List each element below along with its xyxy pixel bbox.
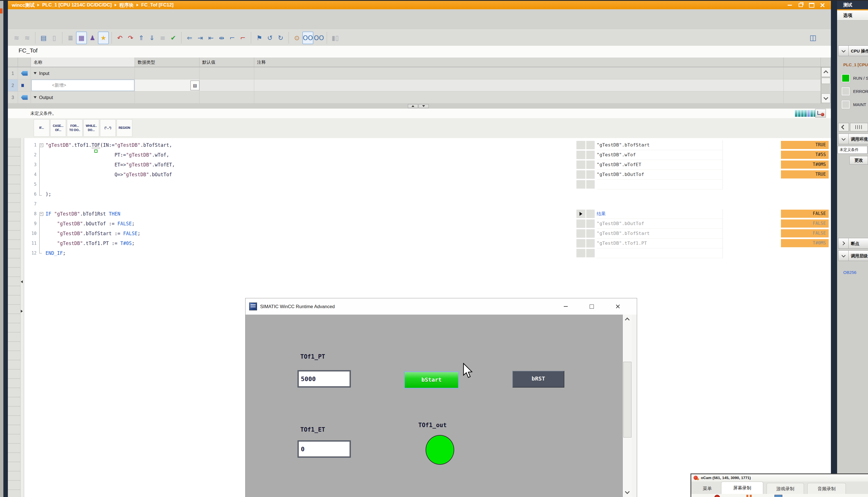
watch-row[interactable]: "gTestDB".tTof1.PTT#0MS <box>576 239 831 248</box>
watch-row[interactable]: 结果FALSE <box>576 209 831 219</box>
navigate-forward-icon[interactable]: ↻ <box>276 32 286 44</box>
code-line[interactable]: 2 PT:="gTestDB".wTof, <box>24 150 575 160</box>
splitter-arrow-right-icon[interactable] <box>21 310 23 313</box>
snippet-while-do-button[interactable]: WHILE..DO... <box>83 119 99 137</box>
collapse-button[interactable] <box>838 133 849 144</box>
table-header-name[interactable]: 名称 <box>31 58 135 67</box>
snippet-region-button[interactable]: REGION <box>116 119 132 137</box>
code-line[interactable]: 6); <box>24 189 575 199</box>
hmi-input-pt[interactable] <box>298 370 351 387</box>
pause-icon[interactable] <box>750 495 752 497</box>
user-constants-icon[interactable]: ♟ <box>87 32 97 44</box>
call-hierarchy-entry[interactable]: OB256 <box>843 270 856 275</box>
datatype-browse-button[interactable]: ▤ <box>191 81 199 90</box>
call-environment-header[interactable]: 调用环境 <box>838 133 868 144</box>
breakpoints-header[interactable]: 断点 <box>838 238 868 248</box>
datatype-cell[interactable] <box>135 91 199 103</box>
watch-row[interactable] <box>576 248 831 258</box>
editor-left-scrollbar[interactable] <box>20 138 24 497</box>
ocam-tab-4[interactable]: 音频录制 <box>807 483 846 494</box>
upload-block-icon[interactable]: ⇑ <box>136 32 146 44</box>
wincc-close-button[interactable] <box>611 298 624 315</box>
code-line[interactable]: 11 "gTestDB".tTof1.PT := T#0S; <box>24 239 575 248</box>
watch-row[interactable] <box>576 180 831 189</box>
code-line[interactable]: 7 <box>24 199 575 209</box>
breadcrumb-item[interactable]: PLC_1 [CPU 1214C DC/DC/DC] <box>42 2 112 8</box>
expand-button[interactable] <box>838 238 849 248</box>
compile-icon[interactable]: ✔ <box>168 32 178 44</box>
splitter-collapse-down-button[interactable] <box>418 104 429 108</box>
cpu-panel-header[interactable]: CPU 操作面板 <box>838 45 868 56</box>
table-header-default[interactable]: 默认值 <box>199 58 254 67</box>
expand-arrow-icon[interactable] <box>34 72 37 74</box>
watch-row[interactable]: "gTestDB".bOutTofFALSE <box>576 219 831 229</box>
insert-column-icon[interactable]: ≋ <box>22 32 32 44</box>
watch-row[interactable]: "gTestDB".bOutTofTRUE <box>576 170 831 180</box>
new-variable-input[interactable]: <新增> <box>31 80 134 91</box>
keep-layout-icon[interactable]: ▯ <box>49 32 59 44</box>
ocam-title-bar[interactable]: oCam (561, 145, 3090, 1771) <box>691 474 868 482</box>
table-row[interactable]: Input <box>31 67 135 80</box>
code-line[interactable]: 5 <box>24 180 575 189</box>
tab-options[interactable]: 选项 <box>837 10 868 20</box>
monitor-icon[interactable] <box>774 495 782 497</box>
wincc-title-bar[interactable]: SIMATIC WinCC Runtime Advanced <box>246 298 637 315</box>
code-line[interactable]: 1"gTestDB".tTof1.TOF(IN:="gTestDB".bTofS… <box>24 140 575 150</box>
navigate-back-icon[interactable]: ↺ <box>265 32 275 44</box>
find-replace-icon[interactable]: ⊙ <box>292 32 302 44</box>
change-button[interactable]: 更改 <box>850 156 868 165</box>
scroll-up-button[interactable] <box>623 315 632 324</box>
monitor-block-icon[interactable]: ▦ <box>76 32 87 44</box>
default-cell[interactable] <box>199 91 254 103</box>
watch-row[interactable]: "gTestDB".bTofStartFALSE <box>576 229 831 239</box>
watch-row[interactable]: "gTestDB".wTofT#5S <box>576 150 831 160</box>
ocam-tab-1[interactable]: 菜单 <box>695 483 720 494</box>
default-cell[interactable] <box>199 80 254 91</box>
code-line[interactable]: 9 "gTestDB".bOutTof := FALSE; <box>24 219 575 229</box>
call-environment-icon[interactable]: ▮▯ <box>330 32 340 44</box>
code-line[interactable]: 8IF "gTestDB".bTof1Rst THEN <box>24 209 575 219</box>
splitter-arrow-left-icon[interactable] <box>21 280 23 283</box>
code-line[interactable]: 10 "gTestDB".bTofStart := FALSE; <box>24 229 575 239</box>
splitter-collapse-up-button[interactable] <box>408 104 418 108</box>
monitor-once-icon[interactable]: OO <box>314 32 324 44</box>
collapse-button[interactable] <box>838 250 849 261</box>
watch-row[interactable]: "gTestDB".bTofStartTRUE <box>576 140 831 150</box>
wincc-scrollbar[interactable] <box>622 315 632 497</box>
collapse-button[interactable] <box>838 45 849 56</box>
breadcrumb-item[interactable]: FC_Tof [FC12] <box>141 2 174 8</box>
table-header-datatype[interactable]: 数据类型 <box>135 58 199 67</box>
hmi-brst-button[interactable]: bRST <box>512 371 564 387</box>
table-row[interactable]: Output <box>31 91 135 103</box>
go-to-definition-icon[interactable]: ⇐ <box>184 32 195 44</box>
hmi-bstart-button[interactable]: bStart <box>404 371 459 389</box>
outdent-icon[interactable]: ⇤ <box>206 32 216 44</box>
ocam-tab-3[interactable]: 游戏录制 <box>767 483 804 494</box>
snippet-if-button[interactable]: IF... <box>34 119 50 137</box>
fold-code-icon[interactable]: ⌐ <box>227 32 237 44</box>
block-interface-icon[interactable]: ≣ <box>66 32 75 44</box>
insert-row-icon[interactable]: ≋ <box>12 32 22 44</box>
indent-icon[interactable]: ⇥ <box>195 32 205 44</box>
snippet-comment-button[interactable]: (*...*) <box>100 119 116 137</box>
panel-collapse-left-button[interactable] <box>838 123 849 131</box>
default-cell[interactable] <box>199 67 254 80</box>
previous-error-icon[interactable]: ↶ <box>115 32 125 44</box>
watch-row[interactable]: "gTestDB".wTofETT#0MS <box>576 160 831 170</box>
breadcrumb-item[interactable]: 程序块 <box>119 2 134 9</box>
hmi-input-et[interactable] <box>298 440 351 458</box>
wincc-minimize-button[interactable] <box>559 298 572 315</box>
wincc-maximize-button[interactable] <box>585 298 598 315</box>
breadcrumb-item[interactable]: wincc测试 <box>12 2 35 9</box>
tab-testing[interactable]: 测试 <box>837 1 868 9</box>
code-line[interactable]: 12END_IF; <box>24 248 575 258</box>
scrollbar-thumb[interactable] <box>623 362 632 438</box>
call-hierarchy-header[interactable]: 调用层级 <box>838 250 868 261</box>
bookmark-icon[interactable]: ⚑ <box>254 32 264 44</box>
code-line[interactable]: 3 ET=>"gTestDB".wTofET, <box>24 160 575 170</box>
monitor-all-icon[interactable]: OO <box>303 32 313 44</box>
download-block-icon[interactable]: ⇓ <box>147 32 157 44</box>
unfold-code-icon[interactable]: ⌐ <box>238 32 248 44</box>
expand-arrow-icon[interactable] <box>34 96 37 99</box>
call-condition-combo[interactable]: 未定义条件 <box>838 146 867 154</box>
